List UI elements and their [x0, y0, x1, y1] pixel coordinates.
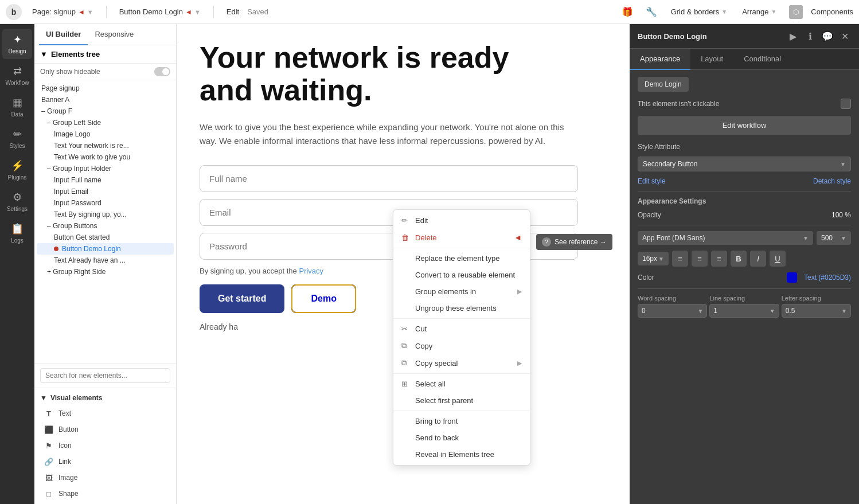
tree-item-input-full-name[interactable]: Input Full name 👁	[37, 174, 174, 186]
sidebar-item-data[interactable]: ▦ Data	[2, 92, 32, 122]
design-icon: ✦	[13, 33, 22, 46]
rp-align-right-btn[interactable]: ≡	[711, 251, 727, 267]
rp-line-spacing-input[interactable]: 1 ▼	[709, 304, 779, 318]
rp-font-size-select[interactable]: 16px ▼	[638, 252, 669, 265]
ctx-select-first-parent[interactable]: Select first parent	[393, 392, 530, 409]
privacy-link[interactable]: Privacy	[299, 267, 323, 275]
ve-shape[interactable]: □ Shape	[34, 486, 176, 502]
rp-play-icon[interactable]: ▶	[787, 30, 799, 42]
rp-font-name-select[interactable]: App Font (DM Sans) ▼	[638, 231, 813, 245]
ve-button[interactable]: ⬛ Button	[34, 421, 176, 437]
sidebar-item-design[interactable]: ✦ Design	[2, 29, 32, 59]
edit-label[interactable]: Edit	[227, 7, 239, 16]
arrange-btn[interactable]: Arrange ▼	[737, 5, 781, 18]
tree-item-input-password[interactable]: Input Password 👁	[37, 197, 174, 209]
rp-font-name-label: App Font (DM Sans)	[642, 234, 705, 242]
tree-item-group-input-holder[interactable]: – Group Input Holder 👁	[37, 163, 174, 174]
rp-color-swatch[interactable]	[787, 272, 797, 283]
ctx-copy-special[interactable]: ⧉ Copy special ▶	[393, 354, 530, 372]
tree-item-text-network[interactable]: Text Your network is re... 👁	[37, 140, 174, 151]
only-show-hideable-toggle[interactable]	[154, 67, 170, 76]
gift-icon[interactable]: 🎁	[618, 3, 637, 21]
tree-item-text-already-have[interactable]: Text Already have an ... 👁	[37, 255, 174, 266]
rp-detach-style-link[interactable]: Detach style	[813, 177, 851, 185]
tab-responsive[interactable]: Responsive	[88, 24, 140, 45]
tree-item-group-left-side[interactable]: – Group Left Side 👁	[37, 117, 174, 128]
visual-elements-header[interactable]: ▼ Visual elements	[34, 390, 176, 405]
ctx-replace[interactable]: Replace the element type	[393, 250, 530, 267]
workflow-selector[interactable]: Button Demo Login ◄ ▼	[115, 5, 205, 18]
rp-secondary-button-select[interactable]: Secondary Button ▼	[638, 157, 851, 171]
tree-item-group-f[interactable]: – Group F 👁	[37, 106, 174, 117]
rp-align-center-btn[interactable]: ≡	[692, 251, 708, 267]
tree-item-group-right-side[interactable]: + Group Right Side 👁	[37, 266, 174, 278]
tool-icon[interactable]: 🔧	[642, 3, 661, 21]
rp-letter-spacing-input[interactable]: 0.5 ▼	[782, 304, 851, 318]
ve-icon[interactable]: ⚑ Icon	[34, 437, 176, 454]
ctx-convert[interactable]: Convert to a reusable element	[393, 267, 530, 283]
rp-clickable-checkbox[interactable]	[841, 99, 851, 109]
rp-info-icon[interactable]: ℹ	[804, 30, 817, 42]
tree-label: Input Full name	[54, 176, 101, 184]
sidebar-item-styles[interactable]: ✏ Styles	[2, 123, 32, 154]
ctx-send-to-back-label: Send to back	[415, 433, 459, 442]
tree-label: Button Demo Login	[54, 245, 121, 253]
ve-link[interactable]: 🔗 Link	[34, 454, 176, 470]
topbar-divider-1	[106, 6, 107, 18]
tree-item-banner-a[interactable]: Banner A 👁	[37, 94, 174, 106]
tree-item-group-buttons[interactable]: – Group Buttons 👁	[37, 220, 174, 232]
rp-bold-btn[interactable]: B	[731, 251, 747, 267]
sidebar-item-plugins[interactable]: ⚡ Plugins	[2, 155, 32, 185]
tree-item-btn-get-started[interactable]: Button Get started 👁	[37, 232, 174, 243]
ve-image[interactable]: 🖼 Image	[34, 470, 176, 486]
ctx-group-in[interactable]: Group elements in ▶	[393, 283, 530, 300]
full-name-input[interactable]	[200, 165, 578, 192]
tree-item-btn-demo-login[interactable]: Button Demo Login 👁	[37, 243, 174, 255]
tree-label: + Group Right Side	[47, 268, 106, 276]
ctx-edit[interactable]: ✏ Edit	[393, 212, 530, 229]
ctx-cut[interactable]: ✂ Cut	[393, 321, 530, 337]
rp-tab-conditional[interactable]: Conditional	[733, 49, 791, 70]
rp-tab-appearance[interactable]: Appearance	[630, 49, 690, 70]
rp-italic-btn[interactable]: I	[750, 251, 766, 267]
rp-word-spacing-input[interactable]: 0 ▼	[638, 304, 707, 318]
ve-text[interactable]: T Text	[34, 405, 176, 421]
page-selector[interactable]: Page: signup ◄ ▼	[28, 5, 98, 18]
rp-edit-workflow-btn[interactable]: Edit workflow	[638, 116, 851, 135]
rp-edit-style-link[interactable]: Edit style	[638, 177, 666, 185]
sidebar-item-label-styles: Styles	[9, 143, 25, 149]
tree-item-page-signup[interactable]: Page signup 👁	[37, 83, 174, 94]
ctx-bring-to-front[interactable]: Bring to front	[393, 413, 530, 429]
sidebar-item-settings[interactable]: ⚙ Settings	[2, 186, 32, 217]
demo-login-button[interactable]: Demo	[291, 284, 356, 313]
tab-ui-builder[interactable]: UI Builder	[39, 24, 88, 45]
tree-item-text-work[interactable]: Text We work to give you 👁	[37, 151, 174, 163]
ctx-copy[interactable]: ⧉ Copy	[393, 337, 530, 354]
rp-font-weight-arrow-icon: ▼	[841, 235, 846, 241]
get-started-button[interactable]: Get started	[200, 284, 284, 313]
grid-borders-btn[interactable]: Grid & borders ▼	[666, 5, 732, 18]
ctx-reveal[interactable]: Reveal in Elements tree	[393, 446, 530, 463]
rp-align-left-btn[interactable]: ≡	[672, 251, 688, 267]
ctx-send-to-back[interactable]: Send to back	[393, 429, 530, 446]
elements-tree-header: ▼ Elements tree	[34, 45, 176, 64]
sidebar-item-workflow[interactable]: ⇄ Workflow	[2, 60, 32, 91]
rp-chat-icon[interactable]: 💬	[821, 30, 834, 42]
ctx-select-first-parent-left: Select first parent	[401, 396, 473, 405]
sidebar-item-logs[interactable]: 📋 Logs	[2, 218, 32, 248]
rp-font-weight-select[interactable]: 500 ▼	[817, 231, 851, 245]
rp-close-icon[interactable]: ✕	[838, 30, 851, 42]
tree-item-input-email[interactable]: Input Email 👁	[37, 186, 174, 197]
rp-underline-btn[interactable]: U	[770, 251, 786, 267]
ctx-delete[interactable]: 🗑 Delete ◄	[393, 229, 530, 246]
rp-color-hex[interactable]: Text (#0205D3)	[804, 274, 851, 282]
tree-item-text-by-signing[interactable]: Text By signing up, yo... 👁	[37, 209, 174, 220]
rp-tab-layout[interactable]: Layout	[690, 49, 733, 70]
tree-item-image-logo[interactable]: Image Logo 👁	[37, 128, 174, 140]
ctx-select-all[interactable]: ⊞ Select all	[393, 376, 530, 392]
ctx-ungroup[interactable]: Ungroup these elements	[393, 300, 530, 317]
search-input[interactable]	[40, 368, 170, 383]
ve-shape-label: Shape	[58, 490, 79, 498]
3d-icon[interactable]: ⬡	[787, 3, 805, 21]
see-reference-tooltip[interactable]: ? See reference →	[536, 234, 612, 250]
